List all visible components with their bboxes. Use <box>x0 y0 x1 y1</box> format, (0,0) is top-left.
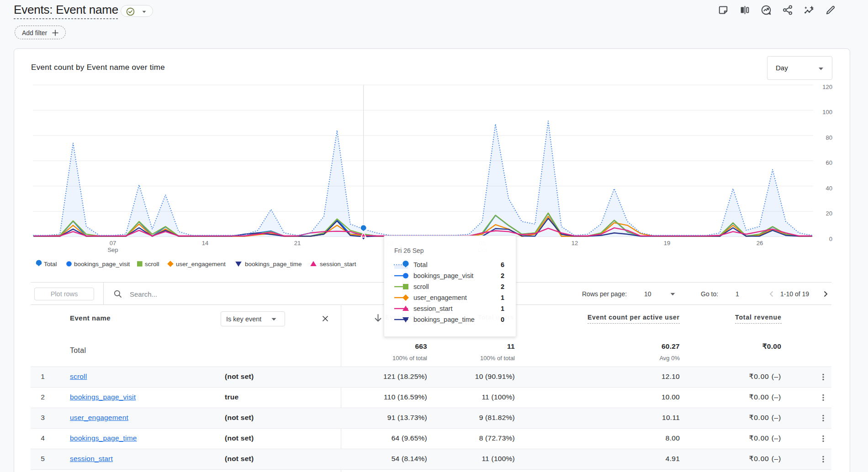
svg-text:bookings_page_time: bookings_page_time <box>245 261 302 267</box>
svg-text:40: 40 <box>826 185 832 192</box>
svg-text:20: 20 <box>826 210 832 217</box>
svg-text:Total: Total <box>44 261 57 267</box>
svg-text:80: 80 <box>826 134 832 141</box>
svg-text:100: 100 <box>822 109 832 115</box>
svg-text:120: 120 <box>822 84 832 90</box>
svg-text:scroll: scroll <box>145 261 159 267</box>
svg-text:user_engagement: user_engagement <box>176 261 226 267</box>
svg-text:14: 14 <box>202 240 208 246</box>
svg-text:Sep: Sep <box>107 246 118 253</box>
svg-text:60: 60 <box>826 159 832 166</box>
svg-text:0: 0 <box>829 236 832 242</box>
svg-text:21: 21 <box>294 240 301 246</box>
svg-text:session_start: session_start <box>320 261 356 267</box>
svg-text:07: 07 <box>110 240 116 246</box>
svg-text:19: 19 <box>664 240 670 246</box>
svg-text:12: 12 <box>572 240 578 246</box>
svg-text:bookings_page_visit: bookings_page_visit <box>74 261 130 267</box>
svg-text:26: 26 <box>757 240 763 246</box>
